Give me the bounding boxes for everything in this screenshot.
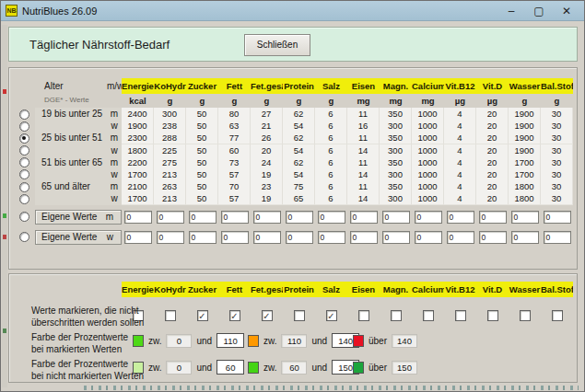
value-cell: 6 — [315, 144, 347, 157]
value-cell: 14 — [347, 144, 380, 157]
settings-column-Calcium: Calcium — [412, 282, 444, 297]
custom-value-input[interactable]: 0 — [479, 231, 507, 244]
custom-value-input[interactable]: 0 — [415, 211, 442, 224]
value-cell: 11 — [347, 108, 380, 121]
value-cell: 1000 — [412, 144, 444, 157]
column-header-Vit.D: Vit.D — [476, 78, 509, 94]
custom-value-input[interactable]: 0 — [447, 211, 474, 224]
value-cell: 20 — [476, 132, 509, 144]
custom-value-input[interactable]: 0 — [189, 211, 216, 224]
mark-checkbox-Eisen[interactable] — [358, 310, 369, 321]
custom-value-input[interactable]: 0 — [350, 231, 378, 244]
custom-row-radio[interactable] — [19, 232, 29, 242]
sex-label: w — [107, 192, 122, 205]
custom-value-input[interactable]: 0 — [286, 211, 313, 224]
schliessen-button[interactable]: Schließen — [244, 34, 310, 56]
custom-value-input[interactable]: 0 — [318, 211, 345, 224]
value-cell: 2300 — [122, 132, 154, 144]
value-cell: 300 — [154, 108, 186, 121]
settings-column-Vit.B12: Vit.B12 — [444, 282, 476, 297]
range-word: zw. — [263, 363, 276, 373]
color-range-group: zw.0und60 — [133, 358, 244, 376]
column-header-Calcium: Calcium — [412, 78, 444, 94]
mark-checkbox-Wasser[interactable] — [520, 310, 531, 321]
custom-value-input[interactable]: 0 — [415, 231, 442, 244]
row-select-radio[interactable] — [19, 133, 29, 144]
mark-checkbox-Salz[interactable]: ✓ — [326, 310, 337, 321]
custom-value-input[interactable]: 0 — [447, 231, 474, 244]
mark-checkbox-Protein[interactable] — [294, 310, 305, 321]
mark-checkbox-Fet.gesä[interactable]: ✓ — [262, 310, 273, 321]
row-select-radio[interactable] — [19, 182, 29, 192]
custom-row-radio[interactable] — [19, 212, 29, 222]
custom-value-input[interactable]: 0 — [189, 231, 216, 244]
mark-checkbox-Vit.D[interactable] — [487, 310, 498, 321]
maximize-button[interactable]: ▢ — [525, 1, 553, 21]
row-select-radio[interactable] — [19, 194, 29, 204]
custom-value-input[interactable]: 0 — [253, 211, 281, 224]
value-cell: 19 — [251, 192, 283, 205]
range-to-input[interactable]: 110 — [216, 333, 244, 348]
value-cell: 70 — [218, 180, 251, 193]
close-button[interactable]: ✕ — [553, 1, 580, 21]
custom-value-input[interactable]: 0 — [124, 231, 152, 244]
range-from-field: 140 — [392, 334, 417, 348]
range-from-field: 0 — [166, 361, 192, 375]
color-range-group: zw.110und140 — [248, 331, 359, 350]
custom-value-input[interactable]: 0 — [544, 211, 571, 224]
row-select-radio[interactable] — [19, 110, 29, 120]
custom-value-input[interactable]: 0 — [286, 231, 313, 244]
unit-label: g — [251, 94, 283, 108]
custom-value-input[interactable]: 0 — [221, 211, 249, 224]
custom-row: Eigene Wertem00000000000000 — [13, 209, 573, 225]
value-cell: 14 — [347, 168, 380, 181]
custom-value-input[interactable]: 0 — [544, 231, 571, 244]
value-cell: 50 — [186, 108, 218, 121]
color-range-group: zw.0und110 — [133, 331, 244, 350]
mark-checkbox-Bal.Stof[interactable] — [552, 310, 563, 321]
mark-checkbox-Fett[interactable]: ✓ — [229, 310, 240, 321]
settings-column-Bal.Stof: Bal.Stof — [541, 282, 573, 297]
row-select-radio[interactable] — [19, 157, 29, 167]
value-cell: 6 — [315, 192, 347, 205]
range-to-input[interactable]: 60 — [216, 360, 244, 375]
custom-value-input[interactable]: 0 — [221, 231, 249, 244]
mark-checkbox-Vit.B12[interactable] — [455, 310, 466, 321]
range-word: über — [369, 363, 387, 373]
value-cell: 16 — [347, 120, 380, 133]
custom-row-sex: m — [106, 212, 121, 222]
custom-value-input[interactable]: 0 — [479, 211, 507, 224]
column-header-Fett: Fett — [218, 78, 251, 94]
mark-checkbox-KoHydr[interactable] — [165, 310, 176, 321]
custom-value-input[interactable]: 0 — [253, 231, 281, 244]
row-select-radio[interactable] — [19, 145, 29, 156]
custom-value-input[interactable]: 0 — [157, 211, 184, 224]
row-select-radio[interactable] — [19, 121, 29, 132]
custom-value-input[interactable]: 0 — [318, 231, 345, 244]
settings-column-Fet.gesä: Fet.gesä — [251, 282, 283, 297]
mark-checkbox-Zucker[interactable]: ✓ — [197, 310, 208, 321]
sex-label: m — [107, 180, 122, 193]
custom-value-input[interactable]: 0 — [382, 211, 410, 224]
custom-value-input[interactable]: 0 — [511, 231, 539, 244]
custom-value-input[interactable]: 0 — [350, 211, 378, 224]
row-select-radio[interactable] — [19, 169, 29, 179]
unit-label: g — [283, 94, 315, 108]
custom-value-input[interactable]: 0 — [511, 211, 539, 224]
unit-label: mg — [412, 94, 444, 108]
custom-value-input[interactable]: 0 — [157, 231, 184, 244]
minimize-button[interactable]: – — [497, 1, 525, 21]
value-cell: 30 — [541, 120, 573, 133]
table-row: w1900238506321546163001000420190030 — [13, 120, 573, 132]
mark-checkbox-Magn.[interactable] — [391, 310, 402, 321]
settings-column-Vit.D: Vit.D — [476, 282, 509, 297]
column-header-Energie: Energie — [122, 78, 154, 94]
mark-checkbox-Calcium[interactable] — [423, 310, 434, 321]
custom-value-input[interactable]: 0 — [382, 231, 410, 244]
value-cell: 20 — [476, 144, 509, 157]
column-header-Wasser: Wasser — [509, 78, 541, 94]
value-cell: 238 — [154, 120, 186, 133]
custom-value-input[interactable]: 0 — [124, 211, 152, 224]
value-cell: 21 — [251, 120, 283, 133]
table-body: 19 bis unter 25m240030050802762611350100… — [9, 108, 577, 205]
